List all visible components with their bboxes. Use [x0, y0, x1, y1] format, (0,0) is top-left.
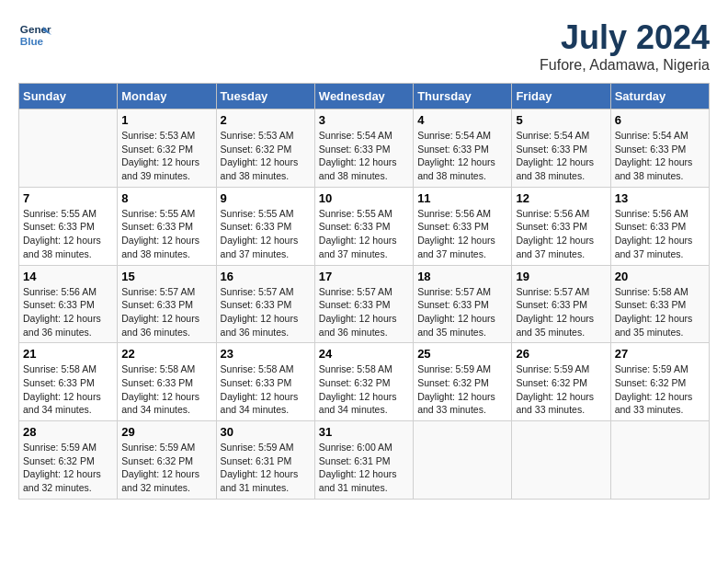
day-cell: 16Sunrise: 5:57 AMSunset: 6:33 PMDayligh… [216, 265, 314, 343]
day-info: Sunrise: 5:56 AMSunset: 6:33 PMDaylight:… [417, 207, 507, 261]
week-row-5: 28Sunrise: 5:59 AMSunset: 6:32 PMDayligh… [19, 421, 710, 500]
day-cell: 28Sunrise: 5:59 AMSunset: 6:32 PMDayligh… [19, 421, 118, 500]
day-info: Sunrise: 5:58 AMSunset: 6:32 PMDaylight:… [319, 362, 409, 417]
day-cell: 1Sunrise: 5:53 AMSunset: 6:32 PMDaylight… [118, 109, 216, 188]
day-number: 20 [615, 270, 705, 283]
day-number: 31 [319, 425, 409, 439]
day-info: Sunrise: 5:57 AMSunset: 6:33 PMDaylight:… [121, 285, 211, 339]
day-number: 22 [121, 347, 211, 361]
day-number: 7 [23, 191, 113, 205]
day-number: 25 [417, 347, 507, 361]
day-info: Sunrise: 5:59 AMSunset: 6:31 PMDaylight:… [221, 441, 311, 495]
day-cell: 30Sunrise: 5:59 AMSunset: 6:31 PMDayligh… [216, 421, 314, 500]
header-wednesday: Wednesday [314, 84, 413, 109]
day-number: 19 [516, 270, 606, 283]
day-number: 14 [23, 270, 113, 283]
day-info: Sunrise: 5:57 AMSunset: 6:33 PMDaylight:… [221, 285, 311, 339]
logo-icon: General Blue [18, 18, 51, 52]
day-info: Sunrise: 5:59 AMSunset: 6:32 PMDaylight:… [516, 362, 606, 417]
day-info: Sunrise: 5:54 AMSunset: 6:33 PMDaylight:… [319, 129, 409, 183]
header-friday: Friday [512, 84, 610, 109]
day-number: 23 [221, 347, 311, 361]
day-cell: 25Sunrise: 5:59 AMSunset: 6:32 PMDayligh… [414, 343, 512, 421]
header-monday: Monday [118, 84, 216, 109]
title-area: July 2024 Fufore, Adamawa, Nigeria [540, 18, 710, 74]
day-number: 10 [319, 191, 409, 205]
day-number: 5 [516, 113, 606, 127]
calendar-header-row: SundayMondayTuesdayWednesdayThursdayFrid… [19, 84, 710, 109]
day-number: 24 [319, 347, 409, 361]
day-number: 12 [516, 191, 606, 205]
day-cell: 23Sunrise: 5:58 AMSunset: 6:33 PMDayligh… [216, 343, 314, 421]
day-cell: 3Sunrise: 5:54 AMSunset: 6:33 PMDaylight… [314, 109, 413, 188]
day-number: 11 [417, 191, 507, 205]
day-number: 21 [23, 347, 113, 361]
day-cell: 19Sunrise: 5:57 AMSunset: 6:33 PMDayligh… [512, 265, 610, 343]
day-info: Sunrise: 5:59 AMSunset: 6:32 PMDaylight:… [417, 362, 507, 417]
day-info: Sunrise: 5:54 AMSunset: 6:33 PMDaylight:… [417, 129, 507, 183]
day-cell: 14Sunrise: 5:56 AMSunset: 6:33 PMDayligh… [19, 265, 118, 343]
day-cell: 13Sunrise: 5:56 AMSunset: 6:33 PMDayligh… [610, 187, 709, 265]
day-cell: 26Sunrise: 5:59 AMSunset: 6:32 PMDayligh… [512, 343, 610, 421]
day-cell: 8Sunrise: 5:55 AMSunset: 6:33 PMDaylight… [118, 187, 216, 265]
day-cell: 2Sunrise: 5:53 AMSunset: 6:32 PMDaylight… [216, 109, 314, 188]
day-cell: 12Sunrise: 5:56 AMSunset: 6:33 PMDayligh… [512, 187, 610, 265]
day-cell: 24Sunrise: 5:58 AMSunset: 6:32 PMDayligh… [314, 343, 413, 421]
day-cell: 31Sunrise: 6:00 AMSunset: 6:31 PMDayligh… [314, 421, 413, 500]
day-info: Sunrise: 5:55 AMSunset: 6:33 PMDaylight:… [121, 207, 211, 261]
day-cell: 29Sunrise: 5:59 AMSunset: 6:32 PMDayligh… [118, 421, 216, 500]
day-info: Sunrise: 5:53 AMSunset: 6:32 PMDaylight:… [121, 129, 211, 183]
day-number: 18 [417, 270, 507, 283]
day-cell: 10Sunrise: 5:55 AMSunset: 6:33 PMDayligh… [314, 187, 413, 265]
header-thursday: Thursday [414, 84, 512, 109]
day-number: 9 [221, 191, 311, 205]
day-info: Sunrise: 6:00 AMSunset: 6:31 PMDaylight:… [319, 441, 409, 495]
calendar-table: SundayMondayTuesdayWednesdayThursdayFrid… [18, 83, 710, 500]
day-info: Sunrise: 5:59 AMSunset: 6:32 PMDaylight:… [121, 441, 211, 495]
day-cell [19, 109, 118, 188]
day-info: Sunrise: 5:57 AMSunset: 6:33 PMDaylight:… [417, 285, 507, 339]
day-info: Sunrise: 5:56 AMSunset: 6:33 PMDaylight:… [516, 207, 606, 261]
day-info: Sunrise: 5:58 AMSunset: 6:33 PMDaylight:… [121, 362, 211, 417]
month-year-title: July 2024 [540, 18, 710, 57]
day-info: Sunrise: 5:56 AMSunset: 6:33 PMDaylight:… [615, 207, 705, 261]
day-number: 13 [615, 191, 705, 205]
day-cell: 4Sunrise: 5:54 AMSunset: 6:33 PMDaylight… [414, 109, 512, 188]
header-tuesday: Tuesday [216, 84, 314, 109]
day-info: Sunrise: 5:54 AMSunset: 6:33 PMDaylight:… [516, 129, 606, 183]
day-info: Sunrise: 5:57 AMSunset: 6:33 PMDaylight:… [516, 285, 606, 339]
page-header: General Blue July 2024 Fufore, Adamawa, … [18, 18, 710, 74]
day-info: Sunrise: 5:55 AMSunset: 6:33 PMDaylight:… [221, 207, 311, 261]
week-row-3: 14Sunrise: 5:56 AMSunset: 6:33 PMDayligh… [19, 265, 710, 343]
day-cell [512, 421, 610, 500]
day-number: 27 [615, 347, 705, 361]
day-info: Sunrise: 5:58 AMSunset: 6:33 PMDaylight:… [23, 362, 113, 417]
day-cell: 20Sunrise: 5:58 AMSunset: 6:33 PMDayligh… [610, 265, 709, 343]
day-info: Sunrise: 5:55 AMSunset: 6:33 PMDaylight:… [23, 207, 113, 261]
day-info: Sunrise: 5:59 AMSunset: 6:32 PMDaylight:… [615, 362, 705, 417]
svg-text:General: General [20, 23, 51, 35]
day-number: 26 [516, 347, 606, 361]
day-cell: 6Sunrise: 5:54 AMSunset: 6:33 PMDaylight… [610, 109, 709, 188]
header-saturday: Saturday [610, 84, 709, 109]
day-number: 8 [121, 191, 211, 205]
day-number: 15 [121, 270, 211, 283]
day-number: 2 [221, 113, 311, 127]
day-number: 29 [121, 425, 211, 439]
day-info: Sunrise: 5:54 AMSunset: 6:33 PMDaylight:… [615, 129, 705, 183]
day-cell [414, 421, 512, 500]
day-cell: 18Sunrise: 5:57 AMSunset: 6:33 PMDayligh… [414, 265, 512, 343]
day-cell [610, 421, 709, 500]
day-cell: 27Sunrise: 5:59 AMSunset: 6:32 PMDayligh… [610, 343, 709, 421]
day-number: 30 [221, 425, 311, 439]
week-row-2: 7Sunrise: 5:55 AMSunset: 6:33 PMDaylight… [19, 187, 710, 265]
location-subtitle: Fufore, Adamawa, Nigeria [540, 57, 710, 74]
week-row-4: 21Sunrise: 5:58 AMSunset: 6:33 PMDayligh… [19, 343, 710, 421]
day-cell: 9Sunrise: 5:55 AMSunset: 6:33 PMDaylight… [216, 187, 314, 265]
day-cell: 21Sunrise: 5:58 AMSunset: 6:33 PMDayligh… [19, 343, 118, 421]
day-number: 28 [23, 425, 113, 439]
day-number: 3 [319, 113, 409, 127]
day-info: Sunrise: 5:55 AMSunset: 6:33 PMDaylight:… [319, 207, 409, 261]
day-number: 4 [417, 113, 507, 127]
day-info: Sunrise: 5:53 AMSunset: 6:32 PMDaylight:… [221, 129, 311, 183]
